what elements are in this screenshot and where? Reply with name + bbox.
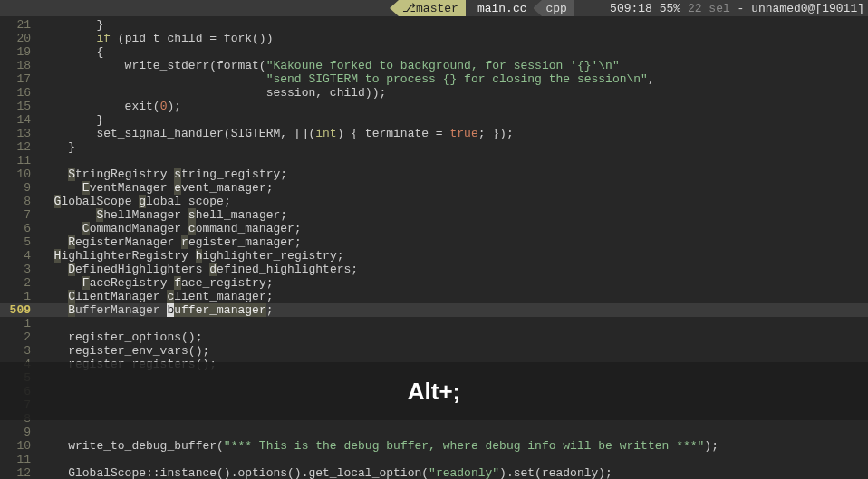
code-line[interactable]: 9 EventManager event_manager; — [0, 181, 868, 195]
code-content[interactable]: ShellManager shell_manager; — [40, 208, 287, 222]
selection-count: 22 sel — [688, 2, 730, 15]
code-content[interactable]: StringRegistry string_registry; — [40, 168, 287, 181]
branch-segment: ⎇ master — [399, 0, 466, 16]
line-number: 10 — [0, 168, 40, 181]
code-content[interactable]: write_stderr(format("Kakoune forked to b… — [40, 59, 620, 72]
line-number: 4 — [0, 249, 40, 263]
line-number: 12 — [0, 466, 40, 479]
code-content[interactable]: GlobalScope global_scope; — [40, 195, 231, 208]
powerline-arrow-icon — [390, 0, 399, 16]
powerline-arrow-icon — [533, 0, 542, 16]
code-line[interactable]: 2 FaceRegistry face_registry; — [0, 276, 868, 290]
line-number: 11 — [0, 154, 40, 168]
line-number: 11 — [0, 453, 40, 466]
code-line[interactable]: 10 write_to_debug_buffer("*** This is th… — [0, 439, 868, 453]
line-number: 14 — [0, 113, 40, 127]
code-content[interactable]: BufferManager buffer_manager; — [40, 303, 274, 317]
key-overlay: Alt+; — [0, 362, 868, 420]
line-number: 10 — [0, 439, 40, 453]
code-line[interactable]: 509 BufferManager buffer_manager; — [0, 303, 868, 317]
code-content[interactable]: } — [40, 140, 75, 154]
line-number: 20 — [0, 32, 40, 45]
code-content[interactable]: if (pid_t child = fork()) — [40, 32, 273, 45]
line-number: 9 — [0, 426, 40, 439]
code-line[interactable]: 3 register_env_vars(); — [0, 344, 868, 358]
code-line[interactable]: 9 — [0, 426, 868, 439]
line-number: 9 — [0, 181, 40, 195]
line-number: 16 — [0, 86, 40, 100]
code-content[interactable]: RegisterManager register_manager; — [40, 235, 302, 249]
code-content[interactable]: exit(0); — [40, 100, 181, 113]
code-line[interactable]: 19 { — [0, 45, 868, 59]
code-content[interactable]: CommandManager command_manager; — [40, 222, 302, 235]
code-content[interactable]: DefinedHighlighters defined_highlighters… — [40, 263, 358, 276]
branch-icon: ⎇ — [402, 2, 416, 15]
line-number: 8 — [0, 195, 40, 208]
code-line[interactable]: 17 "send SIGTERM to process {} for closi… — [0, 72, 868, 86]
line-number: 509 — [0, 303, 40, 317]
code-line[interactable]: 20 if (pid_t child = fork()) — [0, 32, 868, 45]
code-line[interactable]: 10 StringRegistry string_registry; — [0, 168, 868, 181]
file-name: main.cc — [477, 2, 527, 15]
code-line[interactable]: 5 RegisterManager register_manager; — [0, 235, 868, 249]
code-line[interactable]: 18 write_stderr(format("Kakoune forked t… — [0, 59, 868, 72]
line-number: 3 — [0, 344, 40, 358]
code-line[interactable]: 2 register_options(); — [0, 331, 868, 344]
code-line[interactable]: 15 exit(0); — [0, 100, 868, 113]
branch-name: master — [416, 2, 458, 15]
scroll-percent: 55% — [660, 2, 680, 15]
code-line[interactable]: 16 session, child)); — [0, 86, 868, 100]
code-line[interactable]: 12 GlobalScope::instance().options().get… — [0, 466, 868, 479]
code-line[interactable]: 13 set_signal_handler(SIGTERM, [](int) {… — [0, 127, 868, 140]
line-number: 17 — [0, 72, 40, 86]
code-line[interactable]: 6 CommandManager command_manager; — [0, 222, 868, 235]
code-content[interactable]: HighlighterRegistry highlighter_registry… — [40, 249, 344, 263]
line-number: 12 — [0, 140, 40, 154]
code-content[interactable]: } — [40, 18, 103, 32]
code-line[interactable]: 21 } — [0, 18, 868, 32]
code-line[interactable]: 3 DefinedHighlighters defined_highlighte… — [0, 263, 868, 276]
line-number: 1 — [0, 317, 40, 331]
line-number: 7 — [0, 208, 40, 222]
code-line[interactable]: 8 GlobalScope global_scope; — [0, 195, 868, 208]
line-number: 21 — [0, 18, 40, 32]
code-content[interactable]: } — [40, 113, 103, 127]
code-content[interactable]: FaceRegistry face_registry; — [40, 276, 273, 290]
code-content[interactable]: ClientManager client_manager; — [40, 290, 273, 303]
code-content[interactable]: register_options(); — [40, 331, 202, 344]
language-name: cpp — [545, 2, 566, 15]
line-number: 2 — [0, 276, 40, 290]
file-segment: main.cc — [474, 0, 535, 16]
client-info: - unnamed0@[19011] — [730, 2, 864, 15]
code-content[interactable]: session, child)); — [40, 86, 386, 100]
code-line[interactable]: 11 — [0, 154, 868, 168]
code-content[interactable]: register_env_vars(); — [40, 344, 209, 358]
code-content[interactable]: GlobalScope::instance().options().get_lo… — [40, 466, 612, 479]
code-line[interactable]: 7 ShellManager shell_manager; — [0, 208, 868, 222]
key-overlay-text: Alt+; — [408, 385, 461, 398]
code-content[interactable]: "send SIGTERM to process {} for closing … — [40, 72, 655, 86]
line-number: 6 — [0, 222, 40, 235]
line-number: 2 — [0, 331, 40, 344]
code-content[interactable]: write_to_debug_buffer("*** This is the d… — [40, 439, 719, 453]
line-number: 18 — [0, 59, 40, 72]
line-number: 13 — [0, 127, 40, 140]
code-line[interactable]: 1 ClientManager client_manager; — [0, 290, 868, 303]
code-line[interactable]: 11 — [0, 453, 868, 466]
code-content[interactable]: { — [40, 45, 103, 59]
language-segment: cpp — [542, 0, 574, 16]
cursor-position: 509:18 — [610, 2, 652, 15]
status-bar: ⎇ master main.cc cpp 509:18 55% 22 sel -… — [0, 0, 868, 16]
line-number: 3 — [0, 263, 40, 276]
code-content[interactable]: set_signal_handler(SIGTERM, [](int) { te… — [40, 127, 514, 140]
code-line[interactable]: 4 HighlighterRegistry highlighter_regist… — [0, 249, 868, 263]
line-number: 5 — [0, 235, 40, 249]
line-number: 1 — [0, 290, 40, 303]
code-line[interactable]: 1 — [0, 317, 868, 331]
powerline-arrow-icon — [465, 0, 474, 16]
code-line[interactable]: 12 } — [0, 140, 868, 154]
line-number: 15 — [0, 100, 40, 113]
line-number: 19 — [0, 45, 40, 59]
code-content[interactable]: EventManager event_manager; — [40, 181, 273, 195]
code-line[interactable]: 14 } — [0, 113, 868, 127]
